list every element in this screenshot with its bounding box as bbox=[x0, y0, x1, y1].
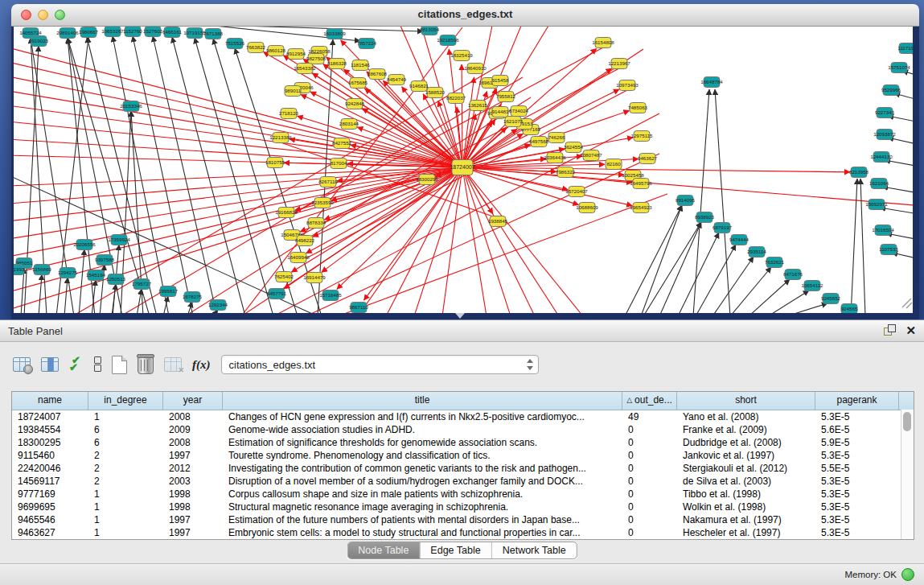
graph-node[interactable]: 18325419 bbox=[450, 51, 473, 61]
graph-node[interactable]: 1152760 bbox=[123, 27, 142, 37]
graph-node[interactable]: 16495796 bbox=[630, 179, 652, 189]
table-cell[interactable]: 19384554 bbox=[12, 423, 88, 436]
graph-node[interactable]: 16409948 bbox=[287, 253, 310, 263]
table-row[interactable]: 1456911722003Disruption of a novel membe… bbox=[12, 475, 914, 488]
table-cell[interactable]: 5.3E-5 bbox=[815, 475, 899, 488]
table-cell[interactable]: 1997 bbox=[163, 449, 223, 462]
graph-node[interactable]: 12975115 bbox=[630, 131, 653, 142]
function-builder-icon[interactable]: f(x) bbox=[192, 358, 211, 372]
graph-node[interactable]: 7632621 bbox=[765, 257, 785, 268]
table-cell[interactable]: Yano et al. (2008) bbox=[677, 410, 815, 423]
graph-node[interactable]: 1995817 bbox=[158, 286, 179, 297]
graph-node[interactable]: 7625402 bbox=[274, 272, 294, 282]
table-cell[interactable]: 2 bbox=[88, 462, 163, 475]
column-header[interactable]: title bbox=[223, 392, 622, 410]
graph-node[interactable]: 12213967 bbox=[608, 59, 630, 69]
table-row[interactable]: 946554611997Estimation of the future num… bbox=[12, 513, 914, 526]
graph-node[interactable]: 16033809 bbox=[323, 29, 346, 39]
network-canvas[interactable]: 1872400714055724991902320891406198066710… bbox=[14, 27, 913, 313]
table-row[interactable]: 1830029562008Estimation of significance … bbox=[12, 436, 914, 449]
table-cell[interactable]: 6 bbox=[88, 423, 163, 436]
graph-node[interactable]: 16914479 bbox=[303, 273, 326, 283]
table-cell[interactable]: 2008 bbox=[163, 410, 223, 423]
table-cell[interactable]: 5.3E-5 bbox=[815, 513, 899, 526]
graph-node[interactable]: 9457791 bbox=[267, 289, 287, 299]
graph-node[interactable]: 10654112 bbox=[801, 281, 823, 291]
graph-node[interactable]: 924565 bbox=[841, 304, 858, 314]
graph-node[interactable]: 20206556 bbox=[73, 240, 96, 250]
graph-node[interactable]: 16543382 bbox=[294, 64, 316, 74]
column-header[interactable]: pagerank bbox=[815, 392, 899, 410]
new-document-icon[interactable] bbox=[112, 356, 127, 374]
graph-node[interactable]: 8454749 bbox=[387, 75, 407, 85]
table-row[interactable]: 969969511998Structural magnetic resonanc… bbox=[12, 501, 914, 513]
graph-node[interactable]: 1117195 bbox=[897, 43, 913, 54]
graph-node[interactable]: 9860128 bbox=[266, 46, 286, 56]
table-cell[interactable]: 2008 bbox=[163, 436, 223, 449]
graph-node[interactable]: 1545194 bbox=[86, 270, 106, 281]
graph-node[interactable]: 7485063 bbox=[628, 103, 648, 113]
graph-node[interactable]: 12213383 bbox=[269, 133, 292, 143]
table-cell[interactable]: 0 bbox=[622, 513, 677, 526]
table-cell[interactable]: 9777169 bbox=[12, 488, 88, 501]
graph-node[interactable]: 1675685 bbox=[348, 78, 368, 89]
table-row[interactable]: 946362711997Embryonic stem cells: a mode… bbox=[12, 526, 914, 539]
table-cell[interactable]: 1997 bbox=[163, 513, 223, 526]
tab-network-table[interactable]: Network Table bbox=[491, 542, 577, 558]
graph-node[interactable]: 9919023 bbox=[29, 36, 49, 47]
graph-node[interactable]: 12444130 bbox=[870, 152, 893, 163]
close-panel-icon[interactable]: ✕ bbox=[906, 324, 916, 336]
graph-node[interactable]: 20153346 bbox=[120, 101, 142, 112]
table-cell[interactable]: 1997 bbox=[163, 526, 223, 539]
graph-node[interactable]: 2718120 bbox=[279, 109, 299, 119]
table-cell[interactable]: 1 bbox=[88, 488, 163, 501]
graph-node[interactable]: 1362615 bbox=[468, 101, 488, 111]
graph-node[interactable]: 1621064 bbox=[869, 179, 889, 189]
graph-node[interactable]: 15751074 bbox=[888, 63, 910, 73]
graph-node[interactable]: 8213958 bbox=[849, 167, 869, 178]
rows-icon[interactable] bbox=[94, 356, 101, 373]
graph-node[interactable]: 8912954 bbox=[286, 49, 306, 60]
table-cell[interactable]: 0 bbox=[622, 462, 677, 475]
graph-node[interactable]: 17359924 bbox=[108, 235, 130, 245]
graph-node[interactable]: 10653267 bbox=[101, 27, 124, 37]
table-cell[interactable]: 1 bbox=[88, 526, 163, 539]
table-cell[interactable]: 1998 bbox=[163, 488, 223, 501]
graph-node[interactable]: 19654923 bbox=[630, 203, 652, 213]
graph-node[interactable]: 8498222 bbox=[295, 236, 315, 246]
graph-node[interactable]: 8186328 bbox=[327, 59, 347, 69]
graph-node[interactable]: 1678275 bbox=[183, 292, 203, 303]
table-cell[interactable]: 5.3E-5 bbox=[815, 449, 899, 462]
graph-node[interactable]: 1795727 bbox=[132, 279, 152, 290]
trash-icon[interactable] bbox=[138, 356, 154, 374]
graph-node[interactable]: 8914095 bbox=[676, 196, 696, 206]
table-cell[interactable]: 0 bbox=[622, 488, 677, 501]
graph-node[interactable]: 18724007 bbox=[450, 160, 474, 175]
graph-node[interactable]: 7986322 bbox=[556, 167, 576, 178]
table-cell[interactable]: 0 bbox=[622, 436, 677, 449]
table-cell[interactable]: Estimation of the future numbers of pati… bbox=[223, 513, 622, 526]
graph-node[interactable]: 18640910 bbox=[464, 64, 487, 74]
graph-node[interactable]: 15692971 bbox=[865, 200, 888, 210]
graph-node[interactable]: 1621073 bbox=[503, 117, 524, 127]
graph-node[interactable]: 746266 bbox=[548, 133, 565, 143]
graph-node[interactable]: 9529966 bbox=[881, 85, 901, 96]
tab-node-table[interactable]: Node Table bbox=[347, 542, 419, 558]
table-selector-dropdown[interactable]: citations_edges.txt bbox=[221, 355, 539, 374]
graph-node[interactable]: 7515526 bbox=[225, 39, 245, 49]
graph-node[interactable]: 7857224 bbox=[357, 39, 377, 49]
table-cell[interactable]: Estimation of significance thresholds fo… bbox=[223, 436, 622, 449]
graph-node[interactable]: 8471676 bbox=[783, 270, 803, 280]
table-settings-icon[interactable] bbox=[13, 357, 31, 372]
table-cell[interactable]: 1 bbox=[88, 513, 163, 526]
graph-node[interactable]: 9397588 bbox=[95, 255, 115, 266]
graph-node[interactable]: 10973493 bbox=[616, 80, 639, 91]
table-cell[interactable]: 9699695 bbox=[12, 501, 88, 513]
scrollbar-thumb[interactable] bbox=[903, 412, 911, 431]
table-cell[interactable]: Tourette syndrome. Phenomenology and cla… bbox=[223, 449, 622, 462]
graph-node[interactable]: 8427552 bbox=[332, 138, 352, 149]
graph-node[interactable]: 8822037 bbox=[446, 93, 466, 104]
graph-node[interactable]: 7663822 bbox=[246, 43, 266, 53]
graph-node[interactable]: 9227343 bbox=[875, 108, 895, 118]
table-cell[interactable]: 0 bbox=[622, 423, 677, 436]
